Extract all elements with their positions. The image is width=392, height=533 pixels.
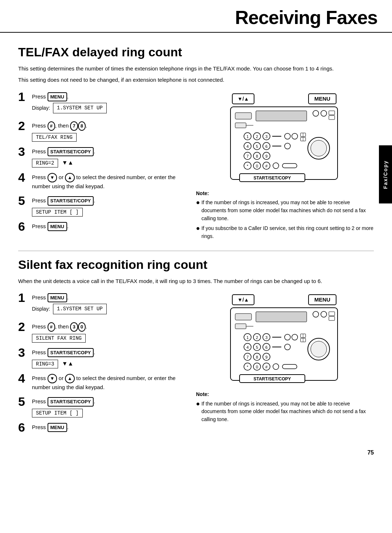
note1-title: Note: bbox=[196, 190, 374, 198]
step3-display: RING=2 ▼▲ bbox=[32, 158, 185, 167]
step3-number: 3 bbox=[18, 145, 32, 158]
s2-step5-display-box: SETUP ITEM [ ] bbox=[32, 409, 83, 417]
page-number: 75 bbox=[367, 449, 374, 456]
s2-step3-display: RING=3 ▼▲ bbox=[32, 359, 185, 368]
s2-start-set-copy-2: START/SET/COPY bbox=[48, 397, 94, 407]
svg-text:8: 8 bbox=[256, 154, 258, 158]
step6-text: Press MENU. bbox=[32, 223, 69, 229]
section1-title: TEL/FAX delayed ring count bbox=[18, 45, 374, 59]
menu-key-1: MENU bbox=[48, 92, 67, 102]
svg-point-73 bbox=[292, 334, 298, 340]
section-silent-fax: Silent fax recognition ring count When t… bbox=[18, 258, 374, 439]
step2: 2 Press #, then 78. TEL/FAX RING bbox=[18, 120, 185, 141]
svg-point-85 bbox=[285, 344, 290, 350]
svg-rect-58 bbox=[256, 312, 307, 322]
svg-text:START/SET/COPY: START/SET/COPY bbox=[253, 175, 291, 181]
svg-text:0: 0 bbox=[256, 164, 258, 168]
machine-svg-2: ▼/▲ MENU bbox=[229, 292, 341, 386]
s2-step3: 3 Press START/SET/COPY. RING=3 ▼▲ bbox=[18, 347, 185, 368]
svg-point-35 bbox=[311, 140, 327, 156]
section1-steps-diagram: 1 Press MENU. Display: 1.SYSTEM SET UP 2… bbox=[18, 91, 374, 243]
s2-bullet-1: ● bbox=[196, 400, 200, 408]
start-set-copy-key-1: START/SET/COPY bbox=[48, 147, 94, 157]
svg-rect-6 bbox=[256, 111, 307, 121]
s2-step4-content: Press ▼ or ▲ to select the desired numbe… bbox=[32, 372, 185, 391]
step3-content: Press START/SET/COPY. RING=2 ▼▲ bbox=[32, 146, 185, 167]
section1-steps-right: ▼/▲ MENU bbox=[196, 91, 374, 243]
s2-step2-number: 2 bbox=[18, 320, 32, 334]
s2-down-key: ▼ bbox=[48, 374, 57, 383]
side-tab: Fax/Copy bbox=[379, 145, 392, 203]
svg-text:9: 9 bbox=[265, 355, 268, 359]
svg-point-72 bbox=[285, 334, 290, 340]
s2-menu-key-2: MENU bbox=[48, 423, 67, 432]
step5-content: Press START/SET/COPY. SETUP ITEM [ ] bbox=[32, 195, 185, 216]
key8: 8 bbox=[78, 121, 86, 131]
step2-display-box: TEL/FAX RING bbox=[32, 133, 77, 142]
step6-number: 6 bbox=[18, 220, 32, 233]
step3: 3 Press START/SET/COPY. RING=2 ▼▲ bbox=[18, 146, 185, 167]
s2-step2: 2 Press #, then 30. SILENT FAX RING bbox=[18, 321, 185, 342]
svg-text:7: 7 bbox=[246, 154, 249, 158]
step2-text: Press #, then 78. bbox=[32, 122, 87, 129]
step4-text: Press ▼ or ▲ to select the desired numbe… bbox=[32, 174, 176, 189]
section-tel-fax: TEL/FAX delayed ring count This setting … bbox=[18, 45, 374, 243]
hash-key-1: # bbox=[48, 121, 55, 131]
section1-steps-left: 1 Press MENU. Display: 1.SYSTEM SET UP 2… bbox=[18, 91, 185, 243]
step5-text: Press START/SET/COPY. bbox=[32, 197, 95, 203]
s2-step4-number: 4 bbox=[18, 372, 32, 385]
s2-step1-display-label: Display: bbox=[32, 305, 50, 313]
note2-text1: If the number of rings is increased, you… bbox=[201, 400, 374, 424]
svg-text:5: 5 bbox=[256, 345, 258, 350]
svg-text:#: # bbox=[265, 365, 268, 369]
step1-text: Press MENU. bbox=[32, 93, 69, 100]
s2-step1-display-box: 1.SYSTEM SET UP bbox=[53, 304, 107, 314]
s2-step1-content: Press MENU. Display: 1.SYSTEM SET UP bbox=[32, 292, 185, 317]
s2-start-set-copy-1: START/SET/COPY bbox=[48, 348, 94, 358]
svg-text:▼/▲: ▼/▲ bbox=[237, 96, 249, 102]
svg-point-20 bbox=[285, 133, 290, 139]
section-divider bbox=[18, 251, 374, 251]
bullet-2: ● bbox=[196, 225, 200, 233]
s2-ring-arrows: ▼▲ bbox=[62, 360, 74, 367]
s2-step1-number: 1 bbox=[18, 291, 32, 304]
up-key-1: ▲ bbox=[65, 173, 75, 182]
section2-title: Silent fax recognition ring count bbox=[18, 258, 374, 272]
svg-text:7: 7 bbox=[246, 355, 249, 359]
svg-point-33 bbox=[285, 143, 290, 149]
s2-step5-content: Press START/SET/COPY. SETUP ITEM [ ] bbox=[32, 396, 185, 417]
svg-text:5: 5 bbox=[256, 144, 258, 149]
s2-step6-text: Press MENU. bbox=[32, 424, 69, 430]
s2-up-key: ▲ bbox=[65, 374, 75, 383]
machine-diagram-2: ▼/▲ MENU bbox=[229, 292, 341, 388]
note2-title: Note: bbox=[196, 391, 374, 399]
step3-text: Press START/SET/COPY. bbox=[32, 148, 95, 154]
svg-text:0: 0 bbox=[256, 365, 258, 369]
start-set-copy-key-2: START/SET/COPY bbox=[48, 196, 94, 206]
machine-diagram-1: ▼/▲ MENU bbox=[229, 91, 341, 187]
s2-step1-display: Display: 1.SYSTEM SET UP bbox=[32, 304, 185, 314]
step5: 5 Press START/SET/COPY. SETUP ITEM [ ] bbox=[18, 195, 185, 216]
step2-number: 2 bbox=[18, 119, 32, 133]
svg-text:9: 9 bbox=[265, 154, 268, 158]
step6: 6 Press MENU. bbox=[18, 221, 185, 233]
bullet-1: ● bbox=[196, 199, 200, 207]
ring-arrows-1: ▼▲ bbox=[62, 160, 74, 166]
step3-display-box: RING=2 bbox=[32, 159, 58, 167]
svg-rect-49 bbox=[282, 163, 297, 168]
page-header: Receiving Faxes bbox=[0, 0, 392, 33]
svg-rect-101 bbox=[282, 364, 297, 369]
section2-notes: Note: ● If the number of rings is increa… bbox=[196, 391, 374, 426]
s2-step1: 1 Press MENU. Display: 1.SYSTEM SET UP bbox=[18, 292, 185, 317]
step1-display-label: Display: bbox=[32, 104, 50, 112]
svg-text:3: 3 bbox=[265, 335, 268, 340]
svg-text:2: 2 bbox=[256, 134, 258, 139]
svg-rect-11 bbox=[235, 123, 246, 128]
step5-display-box: SETUP ITEM [ ] bbox=[32, 208, 83, 217]
svg-text:*: * bbox=[247, 164, 249, 168]
svg-point-7 bbox=[313, 110, 319, 116]
s2-step5-display: SETUP ITEM [ ] bbox=[32, 409, 185, 417]
section1-desc2: This setting does not need to be changed… bbox=[18, 76, 374, 84]
s2-step4: 4 Press ▼ or ▲ to select the desired num… bbox=[18, 372, 185, 391]
s2-step2-text: Press #, then 30. bbox=[32, 323, 87, 330]
